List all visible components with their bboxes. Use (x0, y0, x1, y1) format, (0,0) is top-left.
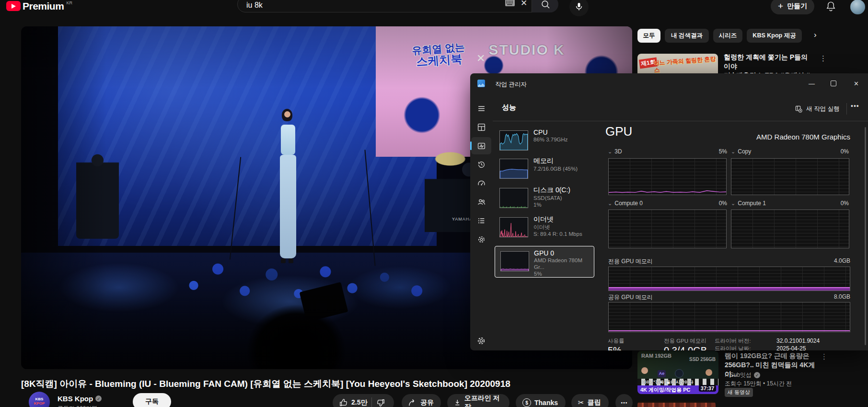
suggestion-3-thumbnail[interactable] (637, 401, 716, 407)
suggestion-1-menu-icon[interactable]: ⋮ (820, 55, 827, 62)
collapse-chevron-icon: ⌄ (608, 200, 612, 206)
collapse-chevron-icon: ⌄ (608, 149, 612, 154)
mic-icon (575, 2, 583, 11)
video-title: [8K직캠] 아이유 - Blueming (IU - Blueming FAN… (21, 378, 630, 390)
panel-scrollbar[interactable] (865, 127, 866, 345)
verified-icon: ✓ (95, 395, 102, 402)
new-video-badge: 새 동영상 (725, 388, 753, 397)
perf-item-ethernet[interactable] (499, 217, 528, 237)
region-code: KR (66, 0, 72, 5)
perf-item-memory[interactable] (499, 159, 528, 179)
gpu-panel-title: GPU (605, 124, 632, 139)
gpu-mem-value: 0.3/4.0GB (664, 345, 707, 350)
notifications-button[interactable] (825, 0, 836, 12)
nav-users[interactable] (471, 193, 491, 210)
nav-app-history[interactable] (471, 156, 491, 173)
toolbar-more-icon[interactable]: ••• (851, 102, 859, 110)
clip-button[interactable]: ✂ 클립 (571, 394, 609, 407)
share-icon (408, 399, 417, 407)
download-icon (454, 399, 461, 407)
gpu-compute0-graph (608, 209, 727, 248)
minimize-button[interactable]: — (801, 73, 822, 93)
keyboard-icon[interactable] (505, 0, 515, 6)
suggestion-2-channel[interactable]: ITSub잇섭 ✓ (725, 371, 760, 379)
youtube-page: Premium KR ✕ + 만들기 유희열 없는 스케치북 ✕ STU (0, 0, 868, 407)
nav-startup-apps[interactable] (471, 174, 491, 192)
create-label: 만들기 (787, 2, 807, 11)
channel-subscribers: 구독자 960만명 (58, 405, 97, 407)
clear-search-icon[interactable]: ✕ (521, 0, 527, 8)
new-task-icon (795, 105, 802, 113)
suggestion-2-menu-icon[interactable]: ⋮ (821, 353, 828, 360)
voice-search-button[interactable] (569, 0, 589, 16)
cpu-mini-graph (500, 131, 528, 150)
run-new-task-button[interactable]: 새 작업 실행 (792, 102, 842, 116)
youtube-play-icon (6, 1, 21, 11)
dedicated-memory-label: 전용 GPU 메모리 (608, 257, 653, 266)
processes-icon (477, 123, 486, 131)
perf-item-disk[interactable] (499, 188, 528, 208)
task-manager-app-icon (477, 80, 485, 87)
create-button[interactable]: + 만들기 (771, 0, 814, 14)
window-titlebar[interactable]: 작업 관리자 — ✕ (470, 73, 868, 94)
subscribe-button[interactable]: 구독 (133, 393, 171, 407)
gpu-compute1-graph (731, 209, 849, 248)
nav-details[interactable] (471, 212, 491, 229)
search-bar: ✕ (237, 0, 557, 12)
nav-services[interactable] (471, 231, 491, 248)
more-actions-button[interactable]: ⋯ (615, 394, 633, 407)
thanks-button[interactable]: $ Thanks (516, 394, 566, 407)
nav-performance[interactable] (471, 137, 491, 154)
memory-mini-graph (500, 159, 528, 178)
filter-chip-all[interactable]: 모두 (637, 29, 660, 43)
perf-item-gpu-selected[interactable]: GPU 0 AMD Radeon 780M Gr... 5% (495, 246, 594, 278)
nav-settings[interactable] (471, 332, 491, 349)
task-manager-window: 작업 관리자 — ✕ 성능 새 작업 실행 ••• (470, 73, 868, 350)
share-button[interactable]: 공유 (402, 394, 441, 407)
shared-memory-label: 공유 GPU 메모리 (608, 293, 653, 302)
page-title: 성능 (502, 103, 516, 112)
dedicated-memory-graph (608, 267, 850, 291)
scissors-icon: ✂ (578, 398, 584, 407)
perf-item-cpu[interactable] (499, 130, 528, 151)
bell-icon (825, 0, 836, 12)
disk-mini-graph (500, 188, 528, 208)
gpu-3d-graph (608, 158, 727, 195)
like-dislike-group[interactable]: 2.5만 (333, 394, 394, 407)
channel-avatar[interactable]: KBS KPOP (29, 392, 50, 407)
search-input[interactable] (245, 0, 487, 10)
suggestion-2-meta: 조회수 15만회 • 15시간 전 (725, 380, 792, 388)
nav-menu-button[interactable] (471, 100, 491, 117)
verified-icon: ✓ (754, 372, 760, 378)
gpu-util-label: 사용률 (608, 337, 625, 345)
brand-wordmark: Premium (23, 0, 64, 12)
duration-badge: 37:37 (699, 385, 716, 392)
history-clock-icon (477, 161, 486, 169)
nav-processes[interactable] (471, 118, 491, 136)
search-button[interactable] (532, 0, 558, 12)
nav-rail (471, 100, 491, 248)
gpu-copy-graph (731, 158, 849, 195)
account-avatar[interactable] (850, 0, 865, 14)
close-button[interactable]: ✕ (845, 73, 867, 93)
filter-chip-channel[interactable]: KBS Kpop 제공 (747, 29, 802, 43)
like-count: 2.5만 (351, 398, 367, 407)
chips-scroll-right-icon[interactable]: › (814, 30, 817, 40)
suggestion-2-thumbnail[interactable]: RAM 192GB SSD 256GB Ae 아아.."진짜"들의 시간이다 4… (637, 351, 718, 394)
collapse-chevron-icon: ⌄ (731, 200, 735, 206)
performance-icon (477, 142, 486, 150)
driver-date-value: 2025-04-25 (776, 345, 806, 350)
window-title: 작업 관리자 (495, 81, 527, 89)
hamburger-icon (477, 105, 486, 113)
dollar-icon: $ (522, 398, 531, 407)
youtube-logo[interactable]: Premium KR (6, 0, 72, 12)
maximize-button[interactable] (822, 73, 844, 93)
services-gear-icon (477, 235, 486, 244)
settings-gear-icon (477, 337, 486, 345)
filter-chip-my-results[interactable]: 내 검색결과 (665, 29, 709, 43)
speedometer-icon (477, 179, 486, 187)
gpu-util-value: 5% (608, 345, 622, 350)
filter-chip-series[interactable]: 시리즈 (713, 29, 742, 43)
download-button[interactable]: 오프라인 저장 (447, 394, 509, 407)
channel-name[interactable]: KBS Kpop ✓ (58, 395, 102, 403)
